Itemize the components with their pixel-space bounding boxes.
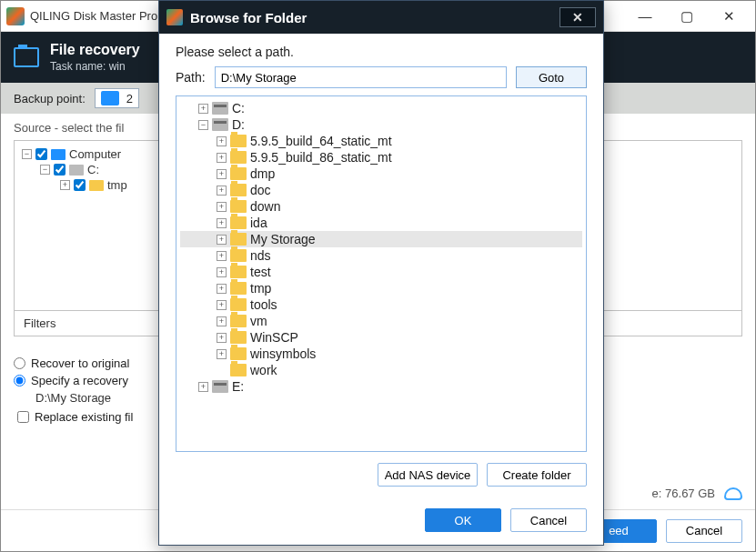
backup-select[interactable]: 2 bbox=[95, 88, 139, 108]
tree-drive-d[interactable]: D: bbox=[232, 117, 245, 132]
expand-icon[interactable]: + bbox=[217, 251, 227, 261]
expand-icon[interactable]: + bbox=[217, 267, 227, 277]
drive-icon bbox=[69, 165, 84, 176]
dialog-logo-icon bbox=[166, 9, 183, 25]
folder-icon bbox=[230, 233, 247, 246]
maximize-button[interactable]: ▢ bbox=[666, 3, 708, 30]
folder-item[interactable]: dmp bbox=[250, 166, 275, 181]
drive-icon bbox=[101, 91, 119, 105]
backup-label: Backup point: bbox=[14, 92, 86, 105]
page-title: File recovery bbox=[50, 42, 140, 58]
computer-icon bbox=[51, 149, 66, 160]
dialog-cancel-button[interactable]: Cancel bbox=[510, 508, 587, 532]
folder-item[interactable]: work bbox=[250, 363, 277, 377]
folder-item[interactable]: winsymbols bbox=[250, 346, 316, 361]
drive-c-checkbox[interactable] bbox=[54, 164, 66, 176]
folder-icon bbox=[230, 331, 247, 344]
expand-icon[interactable]: + bbox=[217, 316, 227, 326]
folder-item[interactable]: tmp bbox=[250, 281, 271, 296]
folder-icon bbox=[14, 47, 39, 67]
folder-item[interactable]: nds bbox=[250, 248, 271, 263]
dialog-prompt: Please select a path. bbox=[176, 45, 587, 59]
collapse-icon[interactable]: − bbox=[198, 120, 208, 130]
cloud-icon[interactable] bbox=[724, 487, 742, 500]
dialog-close-button[interactable]: ✕ bbox=[559, 7, 596, 27]
expand-icon[interactable]: + bbox=[217, 153, 227, 163]
expand-icon[interactable]: + bbox=[217, 202, 227, 212]
tree-computer[interactable]: Computer bbox=[69, 147, 121, 161]
folder-icon bbox=[230, 135, 247, 147]
cancel-button[interactable]: Cancel bbox=[666, 519, 742, 543]
folder-item[interactable]: ida bbox=[250, 216, 267, 230]
expand-icon[interactable]: + bbox=[217, 186, 227, 196]
folder-item[interactable]: test bbox=[250, 265, 271, 279]
folder-tree[interactable]: + C: − D: +5.9.5_build_64_static_mt +5.9… bbox=[176, 95, 587, 452]
expand-icon[interactable]: + bbox=[60, 180, 70, 190]
folder-icon bbox=[230, 216, 247, 229]
ok-button[interactable]: OK bbox=[425, 508, 501, 532]
folder-icon bbox=[230, 151, 247, 164]
drive-icon bbox=[212, 118, 228, 131]
folder-icon bbox=[89, 180, 104, 191]
browse-folder-dialog: Browse for Folder ✕ Please select a path… bbox=[158, 0, 604, 546]
expand-icon[interactable]: + bbox=[217, 235, 227, 245]
create-folder-button[interactable]: Create folder bbox=[487, 463, 587, 487]
folder-icon bbox=[230, 184, 247, 196]
folder-icon bbox=[230, 167, 247, 180]
goto-button[interactable]: Goto bbox=[516, 66, 587, 88]
folder-icon bbox=[230, 282, 247, 295]
collapse-icon[interactable]: − bbox=[40, 165, 50, 175]
folder-icon bbox=[230, 298, 247, 311]
folder-item[interactable]: tools bbox=[250, 297, 277, 312]
expand-icon[interactable]: + bbox=[198, 382, 208, 392]
folder-item[interactable]: WinSCP bbox=[250, 330, 298, 345]
computer-checkbox[interactable] bbox=[35, 148, 47, 160]
folder-item[interactable]: 5.9.5_build_86_static_mt bbox=[250, 150, 392, 165]
folder-icon bbox=[230, 364, 247, 376]
folder-item[interactable]: down bbox=[250, 199, 280, 214]
collapse-icon[interactable]: − bbox=[22, 149, 32, 159]
folder-icon bbox=[230, 315, 247, 327]
folder-icon bbox=[230, 200, 247, 213]
folder-item[interactable]: 5.9.5_build_64_static_mt bbox=[250, 134, 392, 148]
expand-icon[interactable]: + bbox=[217, 349, 227, 359]
app-logo-icon bbox=[6, 7, 25, 25]
path-label: Path: bbox=[176, 70, 206, 85]
expand-icon[interactable]: + bbox=[217, 169, 227, 179]
dialog-title: Browse for Folder bbox=[190, 10, 307, 25]
drive-icon bbox=[212, 102, 228, 115]
minimize-button[interactable]: — bbox=[624, 3, 666, 30]
folder-item[interactable]: vm bbox=[250, 314, 267, 328]
tmp-checkbox[interactable] bbox=[74, 179, 86, 191]
tree-drive-c[interactable]: C: bbox=[232, 101, 245, 115]
replace-label: Replace existing fil bbox=[35, 410, 133, 424]
expand-icon[interactable]: + bbox=[217, 218, 227, 228]
drive-icon bbox=[212, 380, 228, 393]
task-name-line: Task name: win bbox=[50, 60, 140, 73]
path-input[interactable] bbox=[215, 66, 507, 88]
folder-item-selected[interactable]: My Storage bbox=[250, 232, 316, 246]
dialog-titlebar: Browse for Folder ✕ bbox=[159, 1, 603, 34]
expand-icon[interactable]: + bbox=[217, 300, 227, 310]
expand-icon[interactable]: + bbox=[217, 136, 227, 146]
tree-drive-e[interactable]: E: bbox=[232, 379, 244, 394]
expand-icon[interactable]: + bbox=[217, 284, 227, 294]
folder-icon bbox=[230, 347, 247, 360]
folder-icon bbox=[230, 249, 247, 262]
expand-icon[interactable]: + bbox=[198, 104, 208, 114]
expand-icon[interactable]: + bbox=[217, 333, 227, 343]
replace-checkbox[interactable] bbox=[17, 411, 29, 423]
free-space-info: e: 76.67 GB bbox=[652, 487, 742, 500]
close-button[interactable]: ✕ bbox=[708, 3, 750, 30]
add-nas-button[interactable]: Add NAS device bbox=[378, 463, 478, 487]
tree-tmp[interactable]: tmp bbox=[107, 178, 127, 192]
folder-icon bbox=[230, 266, 247, 278]
tree-drive-c[interactable]: C: bbox=[87, 163, 99, 176]
folder-item[interactable]: doc bbox=[250, 183, 271, 197]
